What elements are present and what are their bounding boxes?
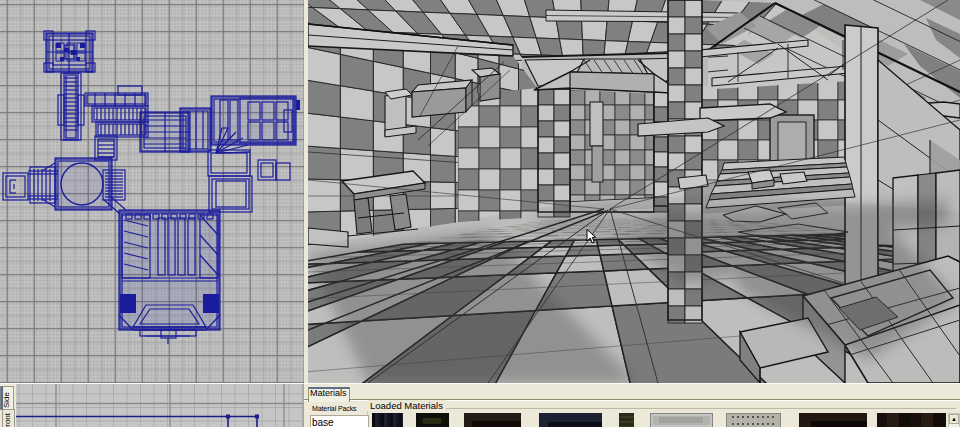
svg-text:Side: Side (2, 391, 11, 408)
svg-text:front: front (3, 412, 12, 427)
